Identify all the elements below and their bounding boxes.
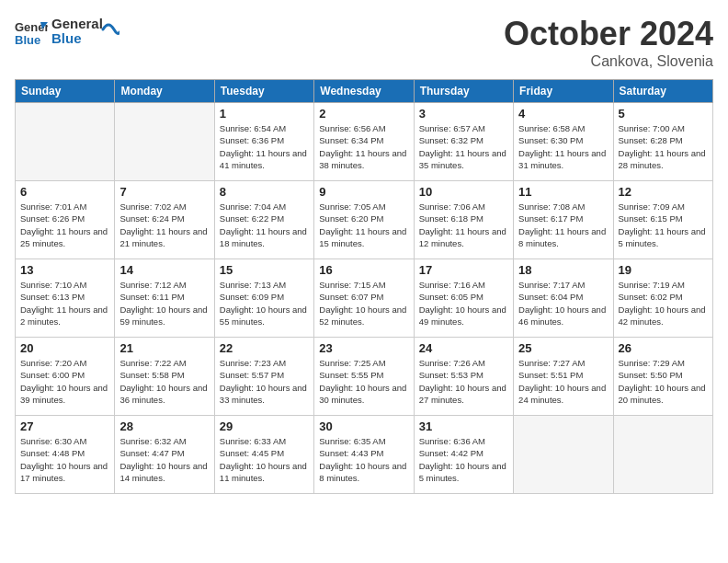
weekday-header-cell: Tuesday — [214, 80, 313, 103]
day-number: 2 — [319, 107, 408, 121]
day-number: 12 — [619, 185, 708, 199]
calendar-day-cell: 21Sunrise: 7:22 AM Sunset: 5:58 PM Dayli… — [115, 338, 214, 416]
calendar-day-cell: 22Sunrise: 7:23 AM Sunset: 5:57 PM Dayli… — [214, 338, 313, 416]
day-info: Sunrise: 7:15 AM Sunset: 6:07 PM Dayligh… — [319, 279, 408, 327]
day-info: Sunrise: 7:04 AM Sunset: 6:22 PM Dayligh… — [220, 201, 309, 249]
calendar-day-cell: 3Sunrise: 6:57 AM Sunset: 6:32 PM Daylig… — [414, 103, 513, 181]
weekday-header-cell: Saturday — [613, 80, 712, 103]
calendar-week-row: 27Sunrise: 6:30 AM Sunset: 4:48 PM Dayli… — [16, 416, 713, 494]
day-number: 27 — [20, 419, 109, 433]
day-number: 24 — [419, 341, 508, 355]
day-info: Sunrise: 6:30 AM Sunset: 4:48 PM Dayligh… — [20, 435, 109, 484]
calendar-day-cell: 18Sunrise: 7:17 AM Sunset: 6:04 PM Dayli… — [514, 259, 613, 338]
day-number: 4 — [518, 107, 608, 121]
calendar-day-cell: 29Sunrise: 6:33 AM Sunset: 4:45 PM Dayli… — [214, 416, 313, 494]
calendar-day-cell: 13Sunrise: 7:10 AM Sunset: 6:13 PM Dayli… — [16, 259, 115, 338]
day-number: 13 — [20, 263, 109, 277]
calendar-day-cell: 5Sunrise: 7:00 AM Sunset: 6:28 PM Daylig… — [613, 103, 712, 181]
calendar-day-cell: 16Sunrise: 7:15 AM Sunset: 6:07 PM Dayli… — [314, 259, 414, 338]
calendar-day-cell: 25Sunrise: 7:27 AM Sunset: 5:51 PM Dayli… — [514, 338, 613, 416]
day-info: Sunrise: 6:58 AM Sunset: 6:30 PM Dayligh… — [518, 122, 608, 171]
calendar-day-cell: 8Sunrise: 7:04 AM Sunset: 6:22 PM Daylig… — [214, 181, 313, 259]
calendar-day-cell: 15Sunrise: 7:13 AM Sunset: 6:09 PM Dayli… — [214, 259, 313, 338]
day-info: Sunrise: 7:25 AM Sunset: 5:55 PM Dayligh… — [319, 357, 408, 406]
day-number: 8 — [220, 185, 309, 199]
weekday-header-row: SundayMondayTuesdayWednesdayThursdayFrid… — [16, 80, 713, 103]
calendar-body: 1Sunrise: 6:54 AM Sunset: 6:36 PM Daylig… — [16, 103, 713, 494]
calendar-day-cell: 31Sunrise: 6:36 AM Sunset: 4:42 PM Dayli… — [414, 416, 513, 494]
calendar-day-cell: 9Sunrise: 7:05 AM Sunset: 6:20 PM Daylig… — [314, 181, 414, 259]
day-number: 22 — [220, 341, 309, 355]
calendar-day-cell: 19Sunrise: 7:19 AM Sunset: 6:02 PM Dayli… — [613, 259, 712, 338]
day-info: Sunrise: 6:32 AM Sunset: 4:47 PM Dayligh… — [119, 435, 209, 484]
day-info: Sunrise: 7:17 AM Sunset: 6:04 PM Dayligh… — [518, 279, 608, 327]
calendar-day-cell — [115, 103, 214, 181]
day-info: Sunrise: 7:22 AM Sunset: 5:58 PM Dayligh… — [119, 357, 209, 406]
day-number: 26 — [619, 341, 708, 355]
day-info: Sunrise: 7:09 AM Sunset: 6:15 PM Dayligh… — [619, 201, 708, 249]
weekday-header-cell: Wednesday — [314, 80, 414, 103]
day-info: Sunrise: 6:56 AM Sunset: 6:34 PM Dayligh… — [319, 122, 408, 171]
day-info: Sunrise: 7:26 AM Sunset: 5:53 PM Dayligh… — [419, 357, 508, 406]
day-number: 17 — [419, 263, 508, 277]
calendar-day-cell: 27Sunrise: 6:30 AM Sunset: 4:48 PM Dayli… — [16, 416, 115, 494]
month-title: October 2024 — [504, 15, 713, 53]
calendar-day-cell: 10Sunrise: 7:06 AM Sunset: 6:18 PM Dayli… — [414, 181, 513, 259]
day-number: 19 — [619, 263, 708, 277]
day-number: 31 — [419, 419, 508, 433]
day-number: 20 — [20, 341, 109, 355]
calendar-day-cell: 14Sunrise: 7:12 AM Sunset: 6:11 PM Dayli… — [115, 259, 214, 338]
logo: General Blue General Blue — [15, 15, 119, 48]
calendar-day-cell — [514, 416, 613, 494]
day-number: 15 — [220, 263, 309, 277]
calendar-day-cell: 26Sunrise: 7:29 AM Sunset: 5:50 PM Dayli… — [613, 338, 712, 416]
day-number: 29 — [220, 419, 309, 433]
day-number: 30 — [319, 419, 408, 433]
day-number: 3 — [419, 107, 508, 121]
calendar-day-cell: 24Sunrise: 7:26 AM Sunset: 5:53 PM Dayli… — [414, 338, 513, 416]
calendar-week-row: 6Sunrise: 7:01 AM Sunset: 6:26 PM Daylig… — [16, 181, 713, 259]
day-number: 25 — [518, 341, 608, 355]
weekday-header-cell: Thursday — [414, 80, 513, 103]
logo-general: General — [51, 16, 103, 31]
day-info: Sunrise: 7:01 AM Sunset: 6:26 PM Dayligh… — [20, 201, 109, 249]
day-info: Sunrise: 7:20 AM Sunset: 6:00 PM Dayligh… — [20, 357, 109, 406]
calendar-week-row: 13Sunrise: 7:10 AM Sunset: 6:13 PM Dayli… — [16, 259, 713, 338]
day-info: Sunrise: 7:29 AM Sunset: 5:50 PM Dayligh… — [619, 357, 708, 406]
day-info: Sunrise: 7:08 AM Sunset: 6:17 PM Dayligh… — [518, 201, 608, 249]
day-info: Sunrise: 6:57 AM Sunset: 6:32 PM Dayligh… — [419, 122, 508, 171]
svg-text:Blue: Blue — [15, 33, 40, 47]
calendar-day-cell: 2Sunrise: 6:56 AM Sunset: 6:34 PM Daylig… — [314, 103, 414, 181]
day-number: 21 — [119, 341, 209, 355]
day-number: 10 — [419, 185, 508, 199]
logo-icon: General Blue — [15, 15, 48, 48]
calendar-week-row: 1Sunrise: 6:54 AM Sunset: 6:36 PM Daylig… — [16, 103, 713, 181]
calendar-day-cell — [613, 416, 712, 494]
day-info: Sunrise: 7:02 AM Sunset: 6:24 PM Dayligh… — [119, 201, 209, 249]
calendar-week-row: 20Sunrise: 7:20 AM Sunset: 6:00 PM Dayli… — [16, 338, 713, 416]
calendar-day-cell: 30Sunrise: 6:35 AM Sunset: 4:43 PM Dayli… — [314, 416, 414, 494]
day-number: 9 — [319, 185, 408, 199]
calendar-day-cell: 11Sunrise: 7:08 AM Sunset: 6:17 PM Dayli… — [514, 181, 613, 259]
calendar-day-cell: 4Sunrise: 6:58 AM Sunset: 6:30 PM Daylig… — [514, 103, 613, 181]
day-number: 7 — [119, 185, 209, 199]
day-info: Sunrise: 7:00 AM Sunset: 6:28 PM Dayligh… — [619, 122, 708, 171]
calendar-day-cell: 28Sunrise: 6:32 AM Sunset: 4:47 PM Dayli… — [115, 416, 214, 494]
day-number: 1 — [220, 107, 309, 121]
day-info: Sunrise: 7:10 AM Sunset: 6:13 PM Dayligh… — [20, 279, 109, 327]
calendar-day-cell: 17Sunrise: 7:16 AM Sunset: 6:05 PM Dayli… — [414, 259, 513, 338]
logo-wave-icon — [101, 16, 119, 43]
day-number: 14 — [119, 263, 209, 277]
title-block: October 2024 Cankova, Slovenia — [504, 15, 713, 70]
day-info: Sunrise: 6:33 AM Sunset: 4:45 PM Dayligh… — [220, 435, 309, 484]
day-number: 5 — [619, 107, 708, 121]
day-number: 6 — [20, 185, 109, 199]
day-number: 16 — [319, 263, 408, 277]
calendar-day-cell: 12Sunrise: 7:09 AM Sunset: 6:15 PM Dayli… — [613, 181, 712, 259]
logo-blue: Blue — [51, 31, 103, 47]
day-info: Sunrise: 7:16 AM Sunset: 6:05 PM Dayligh… — [419, 279, 508, 327]
day-info: Sunrise: 7:19 AM Sunset: 6:02 PM Dayligh… — [619, 279, 708, 327]
calendar-day-cell — [16, 103, 115, 181]
weekday-header-cell: Monday — [115, 80, 214, 103]
calendar-day-cell: 23Sunrise: 7:25 AM Sunset: 5:55 PM Dayli… — [314, 338, 414, 416]
